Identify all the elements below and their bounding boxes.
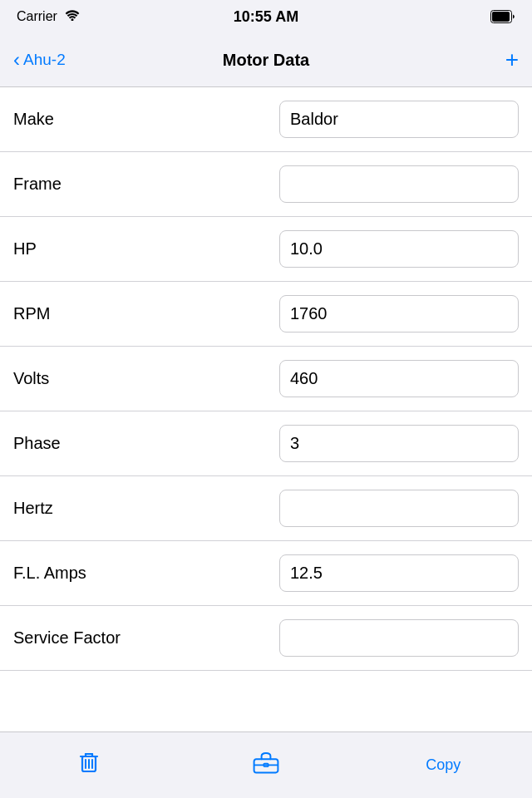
back-button[interactable]: ‹ Ahu-2 bbox=[13, 50, 66, 70]
field-label: Hertz bbox=[13, 499, 279, 518]
carrier-label: Carrier bbox=[17, 9, 57, 24]
copy-label: Copy bbox=[426, 756, 461, 774]
toolbox-tab[interactable] bbox=[177, 732, 354, 798]
field-input-wrapper bbox=[279, 425, 519, 462]
field-input-wrapper bbox=[279, 490, 519, 527]
form-row: F.L. Amps bbox=[0, 541, 532, 606]
field-input[interactable] bbox=[279, 425, 519, 462]
field-input[interactable] bbox=[279, 101, 519, 138]
battery-icon bbox=[490, 10, 515, 23]
form-row: Frame bbox=[0, 152, 532, 217]
back-label: Ahu-2 bbox=[23, 51, 66, 69]
field-input[interactable] bbox=[279, 490, 519, 527]
add-button[interactable]: + bbox=[505, 47, 519, 73]
status-bar: Carrier 10:55 AM bbox=[0, 0, 532, 33]
field-input[interactable] bbox=[279, 165, 519, 203]
field-label: Volts bbox=[13, 369, 279, 388]
form-row: RPM bbox=[0, 282, 532, 347]
field-input[interactable] bbox=[279, 554, 519, 592]
wifi-icon bbox=[64, 8, 81, 25]
form-row: Volts bbox=[0, 347, 532, 411]
field-input-wrapper bbox=[279, 619, 519, 657]
field-label: HP bbox=[13, 239, 279, 259]
svg-point-0 bbox=[71, 18, 73, 21]
field-label: Service Factor bbox=[13, 628, 279, 648]
field-input-wrapper bbox=[279, 295, 519, 332]
form-row: Phase bbox=[0, 411, 532, 476]
field-label: Phase bbox=[13, 434, 279, 453]
field-label: Make bbox=[13, 110, 279, 129]
trash-icon bbox=[74, 746, 104, 781]
field-input[interactable] bbox=[279, 619, 519, 657]
field-input[interactable] bbox=[279, 360, 519, 397]
field-label: RPM bbox=[13, 304, 279, 323]
form-row: HP bbox=[0, 217, 532, 282]
field-input-wrapper bbox=[279, 101, 519, 138]
form-row: Service Factor bbox=[0, 606, 532, 671]
svg-rect-11 bbox=[254, 759, 278, 772]
form-row: Hertz bbox=[0, 476, 532, 541]
field-input-wrapper bbox=[279, 230, 519, 268]
form-row: Make bbox=[0, 87, 532, 152]
toolbox-icon bbox=[251, 746, 281, 781]
field-input[interactable] bbox=[279, 230, 519, 268]
field-input-wrapper bbox=[279, 554, 519, 592]
field-label: Frame bbox=[13, 175, 279, 194]
form-container: MakeFrameHPRPMVoltsPhaseHertzF.L. AmpsSe… bbox=[0, 87, 532, 732]
field-input-wrapper bbox=[279, 165, 519, 203]
delete-tab[interactable] bbox=[0, 732, 177, 798]
page-title: Motor Data bbox=[223, 51, 309, 70]
status-time: 10:55 AM bbox=[234, 8, 298, 26]
field-label: F.L. Amps bbox=[13, 564, 279, 583]
svg-rect-2 bbox=[492, 12, 510, 22]
back-chevron-icon: ‹ bbox=[13, 50, 20, 70]
status-left: Carrier bbox=[17, 8, 81, 25]
field-input[interactable] bbox=[279, 295, 519, 332]
tab-bar: Copy bbox=[0, 732, 532, 798]
copy-tab[interactable]: Copy bbox=[355, 732, 532, 798]
field-input-wrapper bbox=[279, 360, 519, 397]
nav-bar: ‹ Ahu-2 Motor Data + bbox=[0, 33, 532, 87]
